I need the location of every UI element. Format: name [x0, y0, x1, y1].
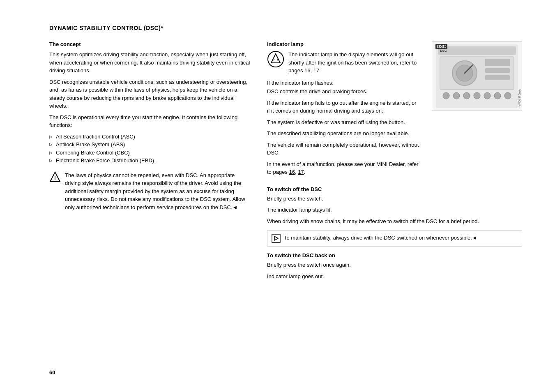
svg-text:!: !: [54, 175, 56, 181]
svg-line-5: [277, 59, 278, 60]
dsc-image-container: DSC DSC: [432, 41, 522, 180]
functions-list: All Season traction Control (ASC) Antilo…: [49, 133, 251, 165]
list-item: All Season traction Control (ASC): [49, 133, 251, 141]
concept-p2: DSC recognizes unstable vehicle conditio…: [49, 78, 251, 110]
list-item: Electronic Brake Force Distribution (EBD…: [49, 157, 251, 165]
svg-rect-14: [485, 68, 510, 73]
warning-text: The laws of physics cannot be repealed, …: [65, 171, 251, 212]
concept-p1: This system optimizes driving stability …: [49, 51, 251, 75]
concept-title: The concept: [49, 41, 251, 47]
page-link-17[interactable]: 17: [298, 169, 304, 175]
defective-text: The system is defective or was turned of…: [267, 118, 419, 127]
main-content: The concept This system optimizes drivin…: [49, 41, 522, 284]
list-item: Antilock Brake System (ABS): [49, 141, 251, 149]
svg-marker-24: [274, 236, 278, 240]
dsc-badge: DSC: [435, 44, 447, 49]
svg-point-22: [504, 92, 511, 99]
page: DYNAMIC STABILITY CONTROL (DSC)* The con…: [0, 0, 555, 392]
indicator-title: Indicator lamp: [267, 41, 419, 47]
note-text: To maintain stability, always drive with…: [284, 234, 477, 242]
svg-point-17: [453, 92, 460, 99]
note-arrow-icon: [272, 234, 281, 243]
right-column: Indicator lamp The indicator lamp in the…: [267, 41, 522, 284]
svg-point-16: [443, 92, 449, 99]
indicator-section: Indicator lamp The indicator lamp in the…: [267, 41, 419, 180]
switch-off-p2: The indicator lamp stays lit.: [267, 206, 522, 214]
operational-text: The vehicle will remain completely opera…: [267, 141, 419, 157]
switch-on-section: To switch the DSC back on Briefly press …: [267, 252, 522, 280]
left-column: The concept This system optimizes drivin…: [49, 41, 251, 284]
svg-rect-23: [272, 234, 280, 242]
image-caption: VW0187CMA: [518, 89, 521, 106]
page-link-16[interactable]: 16: [289, 169, 295, 175]
switch-off-section: To switch off the DSC Briefly press the …: [267, 186, 522, 226]
list-item: Cornering Brake Control (CBC): [49, 149, 251, 157]
switch-on-p1: Briefly press the switch once again.: [267, 261, 522, 269]
svg-rect-7: [438, 46, 516, 55]
note-box: To maintain stability, always drive with…: [267, 230, 522, 247]
switch-off-title: To switch off the DSC: [267, 186, 522, 192]
malfunction-text: In the event of a malfunction, please se…: [267, 160, 419, 176]
page-title: DYNAMIC STABILITY CONTROL (DSC)*: [49, 25, 522, 31]
switch-off-p3: When driving with snow chains, it may be…: [267, 217, 522, 226]
dsc-panel-svg: DSC: [436, 44, 518, 108]
svg-point-20: [484, 92, 491, 99]
dsc-image: DSC DSC: [432, 41, 522, 111]
svg-rect-15: [485, 75, 510, 80]
no-longer-text: The described stabilizing operations are…: [267, 129, 419, 138]
concept-p3: The DSC is operational every time you st…: [49, 113, 251, 129]
if-fails-text: If the indicator lamp fails to go out af…: [267, 99, 419, 115]
svg-marker-3: [271, 54, 280, 63]
if-flashes-label: If the indicator lamp flashes:: [267, 79, 419, 87]
svg-line-4: [274, 59, 274, 60]
svg-point-18: [463, 92, 470, 99]
page-number: 60: [49, 369, 55, 376]
svg-rect-13: [485, 59, 510, 66]
warning-icon: !: [49, 171, 61, 183]
if-flashes-text: DSC controls the drive and braking force…: [267, 88, 419, 96]
svg-point-21: [494, 92, 501, 99]
svg-point-19: [474, 92, 480, 99]
switch-on-p2: Indicator lamp goes out.: [267, 272, 522, 281]
indicator-desc: The indicator lamp in the display elemen…: [288, 51, 419, 75]
indicator-lamp-icon: [267, 51, 284, 68]
switch-off-p1: Briefly press the switch.: [267, 195, 522, 203]
indicator-row: The indicator lamp in the display elemen…: [267, 51, 419, 75]
switch-on-title: To switch the DSC back on: [267, 252, 522, 258]
warning-box: ! The laws of physics cannot be repealed…: [49, 171, 251, 212]
